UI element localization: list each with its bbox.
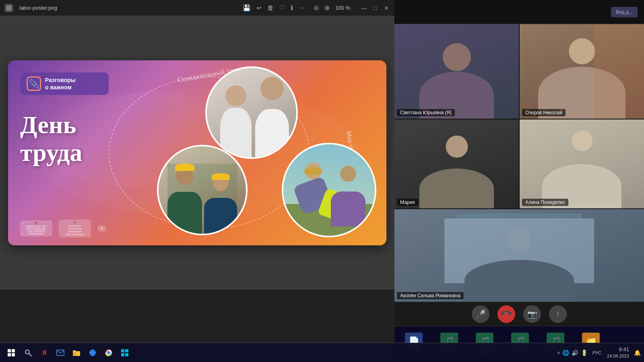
svg-rect-5 [12, 353, 15, 356]
poster-left-content: 📎 Разговорыо важном День труда [20, 72, 109, 166]
poster-circles [149, 66, 382, 239]
svg-rect-18 [125, 349, 128, 352]
org-logo-1: 🦅МИНИСТЕРСТВО ПРОСВЕЩЕНИЯ РОССИЙСКОЙ ФЕД… [20, 220, 52, 237]
poster-title-line1: День [20, 111, 109, 138]
maximize-button[interactable]: □ [372, 5, 378, 11]
taskbar-clock[interactable]: 8:41 24.04.2023 [607, 346, 629, 359]
tile-name-maria: Мария [397, 199, 418, 206]
svg-rect-19 [121, 353, 124, 356]
poster-logo-box: 📎 Разговорыо важном [20, 72, 109, 95]
delete-button[interactable]: 🗑 [267, 4, 274, 12]
org-logo-3: ⚙ [97, 225, 106, 232]
svg-rect-11 [73, 350, 76, 352]
org-logo-2: 📚ИНСТИТУТ СТРАТЕГИИРАЗВИТИЯ ОБРАЗОВАНИЯ [59, 220, 91, 237]
taskbar-lang[interactable]: РУС [592, 350, 601, 355]
taskbar: Я [0, 343, 644, 362]
poster-circle-left [157, 145, 248, 235]
taskbar-search[interactable] [21, 346, 35, 360]
image-viewer: 🖼 labor-poster.png 💾 ↩ 🗑 ♡ ℹ ··· ⊖ ⊕ 100… [0, 0, 394, 362]
save-button[interactable]: 💾 [243, 4, 251, 12]
poster-logo-icon: 📎 [27, 76, 41, 91]
svg-line-7 [29, 354, 31, 356]
system-tray: ∧ 🌐 🔊 🔋 [557, 350, 588, 356]
tray-battery: 🔋 [581, 350, 588, 356]
viewer-content: 📎 Разговорыо важном День труда Созидател… [0, 16, 394, 290]
svg-rect-10 [73, 352, 76, 356]
start-button[interactable] [3, 345, 19, 361]
poster-logo-text: Разговорыо важном [45, 76, 76, 91]
zoom-level: 100 % [335, 5, 350, 11]
taskbar-right: ∧ 🌐 🔊 🔋 РУС 8:41 24.04.2023 🔔 [557, 346, 641, 359]
poster-title-line2: труда [20, 139, 109, 166]
tile-name-ozerov: Озеров Николай [522, 109, 566, 116]
zoom-out-button[interactable]: ⊖ [314, 4, 319, 12]
camera-button[interactable]: 📷 [523, 305, 541, 323]
tray-volume[interactable]: 🔊 [572, 350, 578, 356]
app-icon: 🖼 [5, 4, 13, 12]
poster-title: День труда [20, 111, 109, 166]
more-controls-button[interactable]: ⋮ [549, 305, 567, 323]
title-bar: 🖼 labor-poster.png 💾 ↩ 🗑 ♡ ℹ ··· ⊖ ⊕ 100… [0, 0, 394, 16]
minimize-button[interactable]: — [361, 5, 367, 11]
video-grid: Светлана Юрьевна (Я) Озеров Николай Мари… [394, 24, 644, 302]
window-controls: — □ ✕ [361, 5, 390, 11]
video-tile-svetlana: Светлана Юрьевна (Я) [394, 24, 519, 119]
taskbar-chrome[interactable] [101, 346, 116, 360]
undo-button[interactable]: ↩ [256, 4, 262, 12]
taskbar-date: 24.04.2023 [607, 353, 629, 359]
video-tile-maria: Мария [394, 119, 519, 208]
notification-button[interactable]: 🔔 [634, 350, 641, 356]
taskbar-mail[interactable] [53, 346, 68, 360]
svg-rect-8 [57, 350, 64, 356]
video-tile-akopyan: Акопян Сильва Романовна [394, 209, 644, 302]
close-button[interactable]: ✕ [383, 5, 390, 11]
tile-name-alina: Алина Понеделко [522, 199, 568, 206]
svg-rect-20 [125, 353, 128, 356]
taskbar-windows[interactable] [118, 346, 132, 360]
favorite-button[interactable]: ♡ [279, 4, 285, 12]
mute-button[interactable]: 🎤 [472, 305, 489, 323]
taskbar-time: 8:41 [607, 346, 629, 353]
more-button[interactable]: ··· [299, 4, 304, 12]
svg-point-16 [107, 351, 110, 354]
video-tile-alina: Алина Понеделко [520, 119, 644, 208]
tray-network: 🌐 [562, 350, 569, 356]
taskbar-yandex[interactable]: Я [37, 346, 52, 360]
video-tile-ozerov: Озеров Николай [520, 24, 644, 119]
video-top-bar: Вид д... [394, 0, 644, 24]
svg-rect-3 [12, 349, 15, 352]
svg-rect-4 [8, 353, 11, 356]
tile-name-akopyan: Акопян Сильва Романовна [397, 292, 464, 299]
call-controls: 🎤 📞 📷 ⋮ [394, 302, 644, 326]
poster-circle-right [282, 143, 376, 237]
view-button[interactable]: Вид д... [611, 7, 638, 17]
video-conference-panel: Вид д... Светлана Юрьевна (Я) Озеров Ник… [394, 0, 644, 362]
taskbar-files[interactable] [69, 346, 84, 360]
poster-bottom-logos: 🦅МИНИСТЕРСТВО ПРОСВЕЩЕНИЯ РОССИЙСКОЙ ФЕД… [20, 220, 106, 237]
svg-rect-2 [8, 349, 11, 352]
hangup-button[interactable]: 📞 [494, 301, 519, 326]
filename-label: labor-poster.png [19, 5, 236, 11]
tile-name-svetlana: Светлана Юрьевна (Я) [397, 109, 455, 116]
info-button[interactable]: ℹ [291, 4, 293, 12]
tray-arrow[interactable]: ∧ [557, 350, 560, 355]
zoom-in-button[interactable]: ⊕ [324, 4, 330, 12]
toolbar-controls: 💾 ↩ 🗑 ♡ ℹ ··· ⊖ ⊕ 100 % [243, 4, 350, 12]
svg-rect-17 [121, 349, 124, 352]
poster-image: 📎 Разговорыо важном День труда Созидател… [8, 60, 386, 245]
taskbar-browser[interactable] [85, 346, 100, 360]
